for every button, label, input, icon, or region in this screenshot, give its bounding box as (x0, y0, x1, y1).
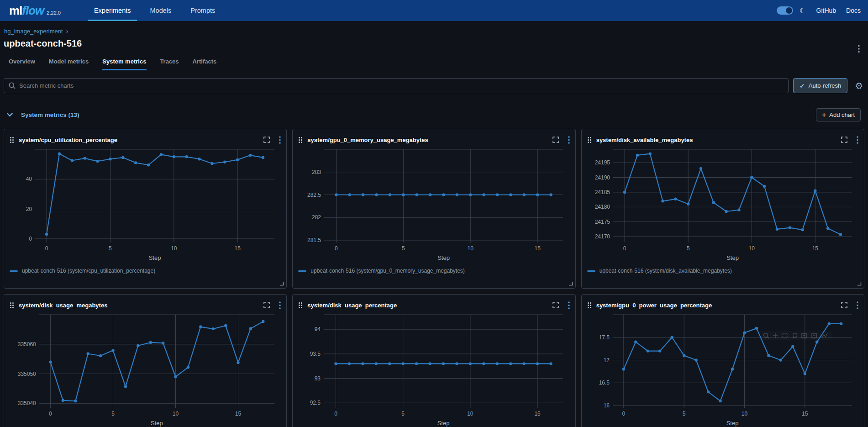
card-header: system/disk_usage_percentage (298, 298, 569, 312)
expand-chart-icon[interactable] (263, 302, 270, 308)
svg-text:24175: 24175 (594, 219, 610, 225)
line-chart-cpu-utilization[interactable]: 05101502040Step (10, 147, 281, 262)
tab-traces[interactable]: Traces (155, 58, 184, 70)
tab-overview[interactable]: Overview (4, 58, 40, 70)
svg-text:10: 10 (171, 245, 177, 252)
svg-text:5: 5 (111, 411, 115, 417)
nav-item-models[interactable]: Models (141, 0, 181, 21)
drag-handle-icon[interactable] (587, 137, 592, 143)
legend-label: upbeat-conch-516 (system/disk_available_… (600, 268, 732, 274)
search-input[interactable] (19, 82, 784, 89)
add-chart-button[interactable]: + Add chart (816, 108, 861, 121)
theme-toggle[interactable] (777, 6, 793, 15)
expand-chart-icon[interactable] (552, 302, 559, 308)
nav-item-experiments[interactable]: Experiments (84, 0, 141, 21)
expand-chart-icon[interactable] (263, 137, 270, 143)
page-overflow-menu[interactable] (858, 45, 860, 53)
drag-handle-icon[interactable] (298, 137, 303, 143)
svg-text:282: 282 (312, 214, 321, 221)
legend-item[interactable]: upbeat-conch-516 (system/disk_available_… (587, 268, 858, 274)
kebab-menu-icon[interactable] (279, 301, 281, 309)
svg-text:17.5: 17.5 (599, 334, 610, 341)
pan-icon (773, 333, 778, 338)
svg-text:17: 17 (603, 357, 610, 364)
chart-area: 05101502040Step (10, 147, 281, 262)
svg-text:15: 15 (234, 245, 241, 252)
zoom-out-icon (812, 333, 816, 338)
autoscale-icon (822, 333, 827, 338)
chart-card-gpu-power: system/gpu_0_power_usage_percentage 0510… (581, 294, 864, 427)
line-chart-gpu-memory[interactable]: 051015281.5282282.5283Step (298, 147, 569, 262)
svg-text:24185: 24185 (594, 189, 610, 195)
kebab-menu-icon[interactable] (857, 301, 858, 309)
nav-right: ☾ GitHub Docs (777, 6, 861, 15)
legend-item[interactable]: upbeat-conch-516 (system/cpu_utilization… (10, 268, 281, 274)
breadcrumb-experiment-link[interactable]: hg_image_experiment (4, 28, 63, 35)
mlflow-logo[interactable]: mlflow 2.22.0 (9, 4, 61, 18)
plotly-modebar[interactable] (761, 331, 832, 340)
nav-item-prompts[interactable]: Prompts (181, 0, 225, 21)
svg-text:0: 0 (623, 245, 626, 252)
svg-text:0: 0 (622, 411, 625, 417)
svg-text:93.5: 93.5 (310, 351, 321, 357)
expand-chart-icon[interactable] (841, 302, 847, 308)
resize-handle-icon[interactable] (857, 281, 862, 286)
chart-title: system/gpu_0_power_usage_percentage (596, 302, 712, 309)
legend-line-swatch (10, 270, 18, 272)
kebab-menu-icon[interactable] (857, 136, 858, 144)
svg-text:15: 15 (812, 245, 818, 252)
gear-icon[interactable]: ⚙ (855, 81, 863, 90)
expand-chart-icon[interactable] (552, 137, 559, 143)
line-chart-disk-available[interactable]: 051015241702417524180241852419024195Step (587, 147, 858, 262)
card-header: system/disk_available_megabytes (587, 133, 858, 147)
github-link[interactable]: GitHub (816, 7, 836, 14)
metrics-toolbar: ✓ Auto-refresh ⚙ (4, 78, 864, 93)
chart-title: system/disk_available_megabytes (596, 137, 693, 143)
line-chart-disk-usage-pct[interactable]: 05101592.59393.594Step (298, 312, 569, 427)
plus-icon: + (822, 111, 826, 119)
svg-text:10: 10 (468, 245, 474, 252)
kebab-menu-icon[interactable] (568, 301, 570, 309)
auto-refresh-button[interactable]: ✓ Auto-refresh (793, 78, 847, 93)
line-chart-gpu-power[interactable]: 0510151616.51717.5Step (587, 312, 858, 427)
svg-text:24190: 24190 (594, 174, 610, 181)
svg-text:94: 94 (315, 326, 321, 332)
chart-title: system/gpu_0_memory_usage_megabytes (307, 137, 428, 143)
tab-system-metrics[interactable]: System metrics (97, 58, 151, 70)
chart-card-gpu-memory: system/gpu_0_memory_usage_megabytes 0510… (292, 129, 575, 289)
collapse-section-button[interactable] (4, 110, 16, 121)
svg-text:0: 0 (29, 236, 32, 242)
svg-text:282.5: 282.5 (307, 192, 321, 198)
drag-handle-icon[interactable] (10, 302, 14, 309)
docs-link[interactable]: Docs (846, 7, 861, 14)
tab-artifacts[interactable]: Artifacts (188, 58, 222, 70)
auto-refresh-label: Auto-refresh (809, 82, 842, 89)
logo-flow-text: flow (22, 4, 44, 18)
resize-handle-icon[interactable] (568, 281, 573, 286)
svg-text:24170: 24170 (594, 233, 610, 240)
svg-text:Step: Step (151, 420, 163, 427)
chart-area: 051015241702417524180241852419024195Step (587, 147, 858, 262)
drag-handle-icon[interactable] (587, 302, 592, 309)
kebab-menu-icon[interactable] (279, 136, 281, 144)
page-title: upbeat-conch-516 (4, 38, 864, 49)
svg-text:5: 5 (109, 245, 112, 252)
line-chart-disk-usage-mb[interactable]: 051015335040335050335060Step (10, 312, 281, 427)
drag-handle-icon[interactable] (298, 302, 303, 309)
svg-text:10: 10 (173, 411, 179, 417)
expand-chart-icon[interactable] (841, 137, 847, 143)
card-header: system/disk_usage_megabytes (10, 298, 281, 312)
chart-card-disk-available: system/disk_available_megabytes 05101524… (581, 129, 864, 289)
legend-label: upbeat-conch-516 (system/cpu_utilization… (22, 268, 155, 274)
svg-text:10: 10 (748, 245, 755, 252)
tab-model-metrics[interactable]: Model metrics (44, 58, 94, 70)
chart-area: 05101592.59393.594Step (298, 312, 569, 427)
legend-item[interactable]: upbeat-conch-516 (system/gpu_0_memory_us… (298, 268, 569, 274)
drag-handle-icon[interactable] (10, 137, 14, 143)
resize-handle-icon[interactable] (279, 281, 284, 286)
kebab-menu-icon[interactable] (568, 136, 570, 144)
chart-card-cpu-utilization: system/cpu_utilization_percentage 051015… (4, 129, 287, 289)
svg-text:Step: Step (437, 254, 450, 261)
version-label: 2.22.0 (47, 10, 61, 16)
search-box (4, 78, 789, 93)
